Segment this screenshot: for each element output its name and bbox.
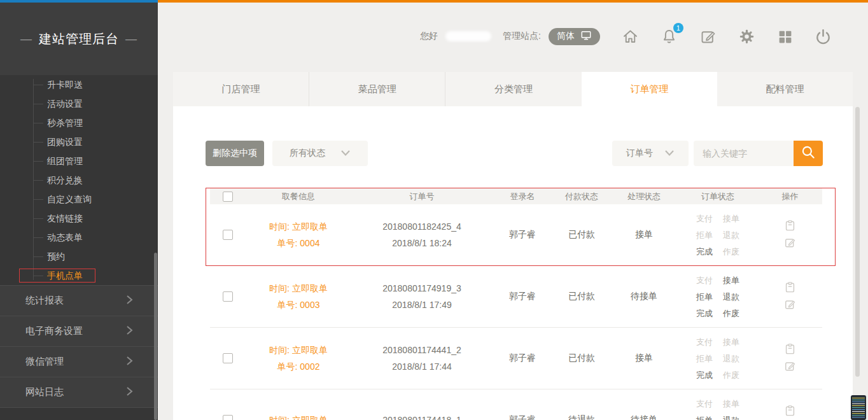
col-header-orderno: 订单号 xyxy=(410,191,435,202)
sidebar-item-teambuy[interactable]: 组团管理 xyxy=(0,151,158,171)
compose-icon[interactable] xyxy=(699,28,717,45)
action-pay[interactable]: 支付 xyxy=(696,272,713,288)
sidebar-group-ecommerce[interactable]: 电子商务设置 xyxy=(0,316,158,347)
order-status-actions: 支付 接单 拒单 退款 完成 作废 xyxy=(696,334,739,383)
pickup-time[interactable]: 时间: 立即取单 xyxy=(269,342,328,358)
search-button[interactable] xyxy=(794,141,823,166)
language-button[interactable]: 简体 xyxy=(549,28,600,45)
settings-gear-icon[interactable] xyxy=(738,28,755,45)
app-title-text: 建站管理后台 xyxy=(39,31,119,48)
pickup-number[interactable]: 单号: 0003 xyxy=(269,297,328,313)
action-accept[interactable]: 接单 xyxy=(723,211,739,227)
tab-label: 菜品管理 xyxy=(358,83,396,95)
action-void[interactable]: 作废 xyxy=(723,367,739,383)
delete-selected-button[interactable]: 删除选中项 xyxy=(206,141,264,166)
sidebar-item-groupbuy[interactable]: 团购设置 xyxy=(0,132,158,151)
sidebar-group-sitelogs[interactable]: 网站日志 xyxy=(0,377,158,408)
order-detail-icon[interactable] xyxy=(784,343,796,357)
pickup-number[interactable]: 单号: 0002 xyxy=(269,358,328,375)
sidebar-item-points[interactable]: 积分兑换 xyxy=(0,171,158,190)
action-complete[interactable]: 完成 xyxy=(696,367,713,383)
sidebar-item-label: 动态表单 xyxy=(47,232,83,242)
search-field-select[interactable]: 订单号 xyxy=(612,141,689,166)
action-pay[interactable]: 支付 xyxy=(696,396,713,412)
row-checkbox[interactable] xyxy=(223,291,233,302)
action-refund[interactable]: 退款 xyxy=(723,289,739,305)
edit-order-icon[interactable] xyxy=(784,237,796,251)
action-pay[interactable]: 支付 xyxy=(696,211,713,227)
action-reject[interactable]: 拒单 xyxy=(696,351,713,367)
orders-table: 取餐信息 订单号 登录名 付款状态 处理状态 订单状态 操作 时间: 立即取单 … xyxy=(210,188,822,420)
tab-ingredients[interactable]: 配料管理 xyxy=(717,72,853,106)
page-scrollbar[interactable] xyxy=(855,107,860,377)
action-refund[interactable]: 退款 xyxy=(723,412,739,420)
action-accept[interactable]: 接单 xyxy=(723,396,739,412)
tab-label: 门店管理 xyxy=(222,83,260,95)
chevron-right-icon xyxy=(125,294,134,307)
tab-categories[interactable]: 分类管理 xyxy=(445,72,581,106)
action-complete[interactable]: 完成 xyxy=(696,305,713,321)
apps-grid-icon[interactable] xyxy=(777,29,793,45)
select-all-checkbox[interactable] xyxy=(223,192,233,202)
sidebar-item-label: 活动设置 xyxy=(47,99,83,109)
power-icon[interactable] xyxy=(815,28,832,45)
pickup-number[interactable]: 单号: 0004 xyxy=(269,235,328,251)
pickup-info: 时间: 立即取单 单号: 0003 xyxy=(269,280,328,313)
pickup-info: 时间: 立即取单 xyxy=(269,412,328,420)
col-header-pay: 付款状态 xyxy=(565,191,598,202)
group-label: 统计报表 xyxy=(25,295,64,307)
sidebar-item-custom-query[interactable]: 自定义查询 xyxy=(0,190,158,209)
pickup-time[interactable]: 时间: 立即取单 xyxy=(269,412,328,420)
sidebar-item-label: 升卡即送 xyxy=(47,80,83,90)
row-checkbox[interactable] xyxy=(223,230,233,240)
chevron-right-icon xyxy=(125,355,134,368)
table-row: 时间: 立即取单 单号: 0003 20180801174919_3 2018/… xyxy=(210,266,822,328)
status-filter-select[interactable]: 所有状态 xyxy=(272,141,368,166)
sidebar-item-mobile-ordering[interactable]: 手机点单 xyxy=(0,266,158,285)
action-reject[interactable]: 拒单 xyxy=(696,289,713,305)
bell-icon[interactable]: 1 xyxy=(661,28,678,45)
edit-order-icon[interactable] xyxy=(784,298,796,312)
table-row: 时间: 立即取单 20180801174418_1 郭子睿 待退款 待接单 支付… xyxy=(210,389,822,420)
action-accept[interactable]: 接单 xyxy=(723,272,739,288)
action-void[interactable]: 作废 xyxy=(723,305,739,321)
process-status: 接单 xyxy=(635,229,653,241)
sidebar-item-activity[interactable]: 活动设置 xyxy=(0,94,158,113)
action-complete[interactable]: 完成 xyxy=(696,244,713,260)
sidebar-item-upgrade-gift[interactable]: 升卡即送 xyxy=(0,75,158,94)
sidebar: — 建站管理后台 — 升卡即送 活动设置 秒杀管理 团购设置 组团管理 积分兑换… xyxy=(0,0,158,420)
search-icon xyxy=(800,144,816,163)
action-accept[interactable]: 接单 xyxy=(723,334,739,350)
action-refund[interactable]: 退款 xyxy=(723,351,739,367)
action-reject[interactable]: 拒单 xyxy=(696,227,713,243)
order-detail-icon[interactable] xyxy=(784,281,796,295)
pickup-time[interactable]: 时间: 立即取单 xyxy=(269,280,328,297)
tab-dishes[interactable]: 菜品管理 xyxy=(309,72,445,106)
sidebar-item-seckill[interactable]: 秒杀管理 xyxy=(0,113,158,132)
sidebar-item-reservation[interactable]: 预约 xyxy=(0,247,158,266)
action-void[interactable]: 作废 xyxy=(723,244,739,260)
order-detail-icon[interactable] xyxy=(784,220,796,234)
tab-bar: 门店管理 菜品管理 分类管理 订单管理 配料管理 xyxy=(173,72,853,106)
row-checkbox[interactable] xyxy=(223,353,233,363)
sidebar-item-dynamic-forms[interactable]: 动态表单 xyxy=(0,228,158,247)
tab-store[interactable]: 门店管理 xyxy=(173,72,309,106)
action-pay[interactable]: 支付 xyxy=(696,334,713,350)
order-detail-icon[interactable] xyxy=(784,405,796,419)
row-checkbox[interactable] xyxy=(223,415,233,420)
pickup-time[interactable]: 时间: 立即取单 xyxy=(269,218,328,235)
sidebar-scrollbar[interactable] xyxy=(154,253,157,420)
sidebar-group-wechat[interactable]: 微信管理 xyxy=(0,347,158,377)
app-title: — 建站管理后台 — xyxy=(0,3,158,75)
action-reject[interactable]: 拒单 xyxy=(696,412,713,420)
home-icon[interactable] xyxy=(622,28,639,45)
order-number-cell: 20180801174441_2 2018/8/1 17:44 xyxy=(382,342,461,375)
tab-orders[interactable]: 订单管理 xyxy=(582,72,717,106)
sidebar-group-stats[interactable]: 统计报表 xyxy=(0,286,158,316)
login-name: 郭子睿 xyxy=(509,414,536,420)
sidebar-item-friend-links[interactable]: 友情链接 xyxy=(0,209,158,228)
edit-order-icon[interactable] xyxy=(784,360,796,374)
pickup-info: 时间: 立即取单 单号: 0004 xyxy=(269,218,328,251)
search-input[interactable] xyxy=(694,141,794,166)
action-refund[interactable]: 退款 xyxy=(723,227,739,243)
